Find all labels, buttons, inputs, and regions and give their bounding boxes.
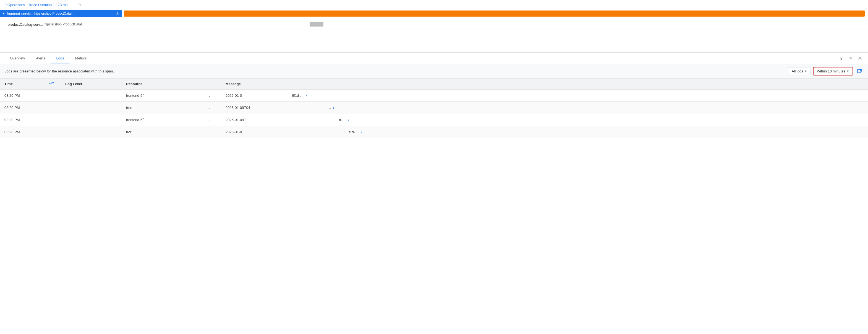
- log-message-4: 2025-01-0 f1d-… ›: [221, 126, 868, 138]
- trace-bar-col-main: [122, 8, 868, 19]
- tab-overview[interactable]: Overview: [4, 53, 30, 64]
- time-range-label: Within 10 minutes: [817, 69, 845, 73]
- bottom-panel: Overview Alerts Logs Metrics: [0, 52, 868, 138]
- collapse-up-button[interactable]: [847, 55, 854, 62]
- log-dots-4: …: [205, 126, 221, 138]
- log-message-text-3: 2025-01-09T: [225, 118, 246, 122]
- log-message-suffix-2: ..: [329, 105, 332, 110]
- log-expand-btn-3[interactable]: ›: [347, 118, 350, 122]
- all-logs-dropdown[interactable]: All logs ▼: [788, 67, 811, 75]
- table-row[interactable]: 08:20 PM fror … 2025-01-0: [0, 126, 868, 138]
- col-header-message: Message: [221, 79, 868, 90]
- col-header-spark: [44, 79, 61, 90]
- table-row[interactable]: 08:20 PM frontend-5⁷ . 2025-01-0 6f1d-… …: [0, 90, 868, 102]
- col-header-time: Time: [0, 79, 44, 90]
- log-resource-3: frontend-5⁷: [122, 114, 205, 126]
- logs-table: Time Log Level Resource Message 08:20 PM: [0, 79, 868, 138]
- all-logs-label: All logs: [792, 69, 803, 73]
- log-message-suffix-1: 6f1d-…: [292, 93, 304, 98]
- log-time-3: 08:20 PM: [0, 114, 44, 126]
- trace-service-name: frontend-service: [7, 11, 33, 16]
- trace-bar-main: [124, 10, 865, 17]
- col-header-resource: Resource: [122, 79, 205, 90]
- log-level-1: [61, 90, 122, 102]
- trace-label-selected[interactable]: ▼ frontend-service hipstershop.ProductCa…: [0, 10, 122, 17]
- tabs-actions: [838, 55, 864, 62]
- log-message-1: 2025-01-0 6f1d-… ›: [221, 90, 868, 102]
- tab-metrics[interactable]: Metrics: [70, 53, 92, 64]
- time-range-wrapper: Within 10 minutes ▼: [813, 67, 853, 75]
- log-dots-2: .: [205, 102, 221, 114]
- log-time-2: 08:20 PM: [0, 102, 44, 114]
- log-level-4: [61, 126, 122, 138]
- log-resource-2: fron: [122, 102, 205, 114]
- all-logs-chevron-icon: ▼: [804, 70, 807, 73]
- trace-label-child[interactable]: productCatalog-serv... hipstershop.Produ…: [0, 21, 122, 28]
- log-message-suffix-3: 1d-…: [337, 118, 346, 122]
- trace-title: 2 Operations - Trace Duration 1.173 ms: [4, 3, 67, 7]
- col-header-dots: [205, 79, 221, 90]
- log-message-2: 2025-01-09T04 .. ›: [221, 102, 868, 114]
- close-panel-button[interactable]: [857, 55, 864, 62]
- log-message-text-4: 2025-01-0: [225, 130, 242, 134]
- trace-area: ▼ frontend-service hipstershop.ProductCa…: [0, 8, 868, 30]
- trace-warning-icon: ⚠: [116, 11, 119, 16]
- log-message-suffix-4: f1d-…: [349, 130, 359, 134]
- table-row[interactable]: 08:20 PM frontend-5⁷ . 2025-01-09T 1d: [0, 114, 868, 126]
- trace-child-method-name: hipstershop.ProductCatal...: [44, 22, 85, 26]
- trace-zero: 0: [79, 3, 81, 7]
- log-spark-2: [44, 102, 61, 114]
- log-message-text-1: 2025-01-0: [225, 93, 242, 98]
- log-dots-3: .: [205, 114, 221, 126]
- logs-controls: All logs ▼ Within 10 minutes ▼: [788, 67, 864, 75]
- trace-header: 2 Operations - Trace Duration 1.173 ms 0: [0, 0, 868, 8]
- log-spark-1: [44, 90, 61, 102]
- log-message-text-2: 2025-01-09T04: [225, 105, 250, 110]
- trace-chevron-icon[interactable]: ▼: [2, 12, 5, 15]
- log-level-3: [61, 114, 122, 126]
- time-range-dropdown[interactable]: Within 10 minutes ▼: [813, 67, 852, 75]
- log-spark-4: [44, 126, 61, 138]
- collapse-down-button[interactable]: [838, 55, 845, 62]
- log-time-4: 08:20 PM: [0, 126, 44, 138]
- trace-row-1[interactable]: ▼ frontend-service hipstershop.ProductCa…: [0, 8, 868, 19]
- logs-info-text: Logs are presented below for the resourc…: [4, 69, 114, 73]
- tab-alerts[interactable]: Alerts: [30, 53, 51, 64]
- log-resource-4: fror: [122, 126, 205, 138]
- log-level-2: [61, 102, 122, 114]
- tab-logs[interactable]: Logs: [51, 53, 69, 64]
- trace-divider-line: [122, 0, 122, 334]
- log-expand-btn-2[interactable]: ›: [332, 105, 335, 110]
- log-expand-btn-1[interactable]: ›: [305, 93, 308, 98]
- log-dots-1: .: [205, 90, 221, 102]
- table-row[interactable]: 08:20 PM fron . 2025-01-09T04 .. ›: [0, 102, 868, 114]
- log-resource-1: frontend-5⁷: [122, 90, 205, 102]
- sparkline-header-icon: [49, 82, 54, 87]
- log-time-1: 08:20 PM: [0, 90, 44, 102]
- log-expand-btn-4[interactable]: ›: [360, 130, 363, 134]
- log-spark-3: [44, 114, 61, 126]
- tabs-bar: Overview Alerts Logs Metrics: [0, 53, 868, 64]
- external-link-button[interactable]: [855, 67, 864, 75]
- trace-bar-child: [310, 22, 323, 27]
- trace-bar-col-child: [122, 19, 868, 30]
- trace-row-2[interactable]: productCatalog-serv... hipstershop.Produ…: [0, 19, 868, 30]
- svg-rect-0: [858, 69, 861, 73]
- log-message-3: 2025-01-09T 1d-… ›: [221, 114, 868, 126]
- trace-method-name: hipstershop.ProductCatal...: [34, 11, 74, 16]
- col-header-level: Log Level: [61, 79, 122, 90]
- trace-child-service-name: productCatalog-serv...: [8, 22, 43, 27]
- table-header-row: Time Log Level Resource Message: [0, 79, 868, 90]
- time-range-chevron-icon: ▼: [846, 70, 849, 73]
- logs-toolbar: Logs are presented below for the resourc…: [0, 64, 868, 79]
